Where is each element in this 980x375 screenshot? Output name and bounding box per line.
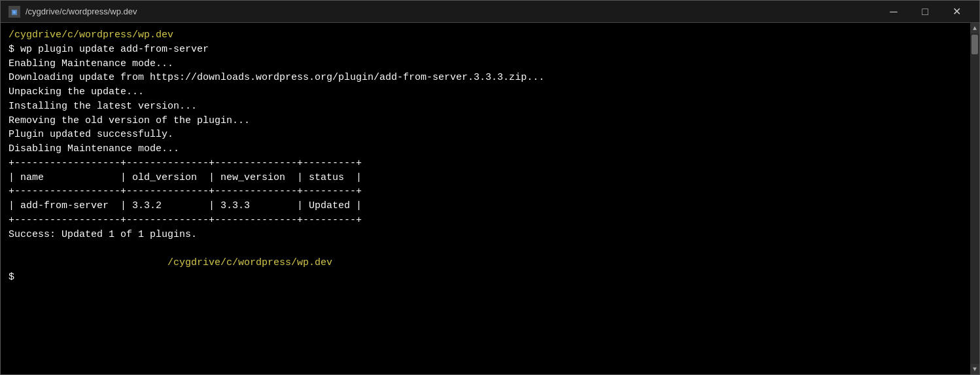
table-border-top: +------------------+--------------+-----… xyxy=(9,158,362,169)
output-line-3: Unpacking the update... xyxy=(9,86,144,98)
output-line-7: Disabling Maintenance mode... xyxy=(9,143,179,154)
table-row: | add-from-server | 3.3.2 | 3.3.3 | Upda… xyxy=(9,200,362,211)
table-border-bottom: +------------------+--------------+-----… xyxy=(9,215,362,226)
output-line-2: Downloading update from https://download… xyxy=(9,72,544,83)
scrollbar[interactable]: ▲ ▼ xyxy=(970,23,979,374)
output-line-4: Installing the latest version... xyxy=(9,101,197,112)
success-message: Success: Updated 1 of 1 plugins. xyxy=(9,229,197,240)
command-line: $ wp plugin update add-from-server xyxy=(9,44,209,55)
output-line-6: Plugin updated successfully. xyxy=(9,129,173,140)
terminal-content: /cygdrive/c/wordpress/wp.dev $ wp plugin… xyxy=(9,28,971,285)
top-path: /cygdrive/c/wordpress/wp.dev xyxy=(9,29,173,41)
scrollbar-thumb[interactable] xyxy=(971,35,978,54)
output-line-1: Enabling Maintenance mode... xyxy=(9,58,173,69)
scroll-up-button[interactable]: ▲ xyxy=(970,23,979,33)
prompt: $ xyxy=(9,272,14,283)
output-line-5: Removing the old version of the plugin..… xyxy=(9,115,250,126)
terminal-window: ▣ /cygdrive/c/wordpress/wp.dev ─ □ ✕ /cy… xyxy=(0,0,980,375)
scroll-down-button[interactable]: ▼ xyxy=(970,364,979,374)
table-separator: +------------------+--------------+-----… xyxy=(9,186,362,197)
window-title: /cygdrive/c/wordpress/wp.dev xyxy=(26,7,879,16)
close-button[interactable]: ✕ xyxy=(941,1,971,23)
minimize-button[interactable]: ─ xyxy=(879,1,909,23)
window-controls: ─ □ ✕ xyxy=(879,1,971,23)
titlebar: ▣ /cygdrive/c/wordpress/wp.dev ─ □ ✕ xyxy=(1,1,979,23)
table-header: | name | old_version | new_version | sta… xyxy=(9,172,362,183)
maximize-button[interactable]: □ xyxy=(910,1,940,23)
terminal-output: /cygdrive/c/wordpress/wp.dev $ wp plugin… xyxy=(9,28,961,285)
terminal-body[interactable]: /cygdrive/c/wordpress/wp.dev $ wp plugin… xyxy=(1,23,979,374)
window-icon: ▣ xyxy=(9,6,20,18)
bottom-path: /cygdrive/c/wordpress/wp.dev xyxy=(9,257,332,268)
